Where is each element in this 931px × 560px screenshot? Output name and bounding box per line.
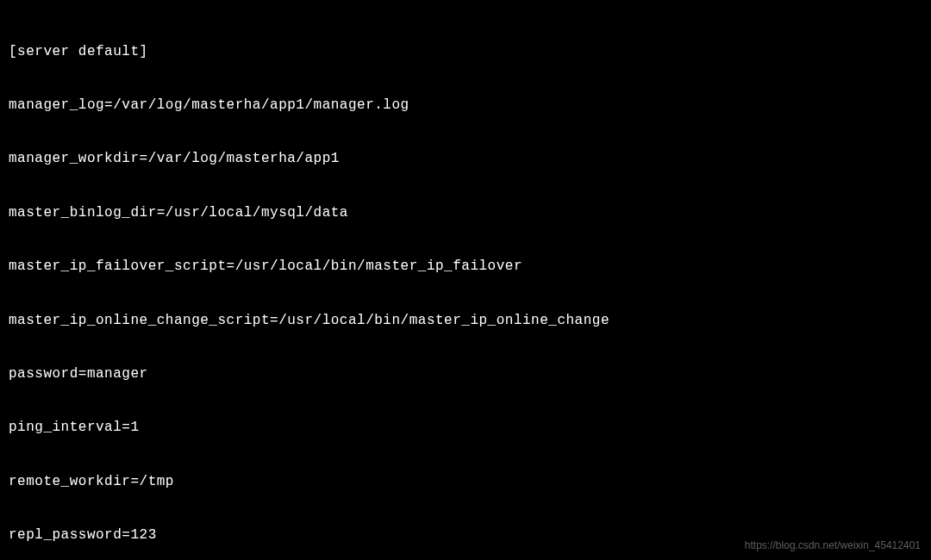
config-line: remote_workdir=/tmp xyxy=(9,473,922,491)
terminal-output: [server default] manager_log=/var/log/ma… xyxy=(9,7,922,560)
config-line: manager_workdir=/var/log/masterha/app1 xyxy=(9,150,922,168)
config-line: ping_interval=1 xyxy=(9,419,922,437)
config-line: manager_log=/var/log/masterha/app1/manag… xyxy=(9,96,922,115)
config-line: master_binlog_dir=/usr/local/mysql/data xyxy=(9,204,922,222)
config-line: master_ip_failover_script=/usr/local/bin… xyxy=(9,258,922,276)
config-line: master_ip_online_change_script=/usr/loca… xyxy=(9,312,922,330)
watermark: https://blog.csdn.net/weixin_45412401 xyxy=(745,539,921,553)
config-line: password=manager xyxy=(9,365,922,383)
section-header: [server default] xyxy=(9,43,922,61)
